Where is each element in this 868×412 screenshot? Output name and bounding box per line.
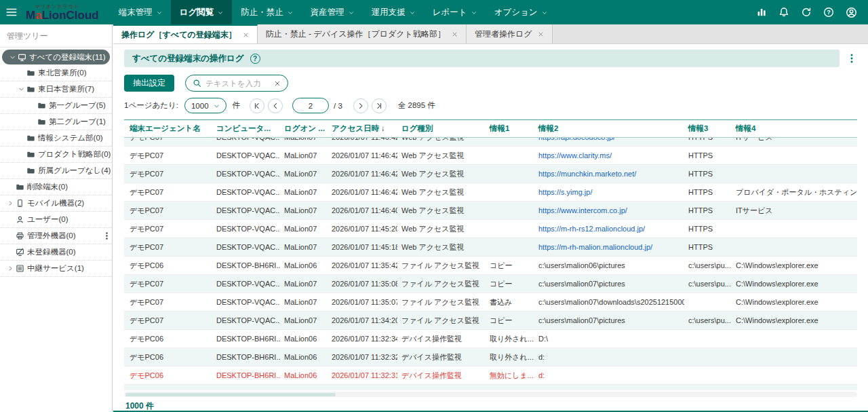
tree-item[interactable]: 第二グループ(1) (0, 114, 112, 130)
column-header[interactable]: アクセス日時↓ (328, 124, 397, 134)
last-page-button[interactable] (372, 98, 387, 113)
tab[interactable]: 防止・禁止 - デバイス操作［プロダクト戦略部］ (258, 24, 467, 43)
dots-vertical-icon[interactable] (846, 53, 857, 64)
topbar-menu-item[interactable]: 運用支援 (363, 0, 424, 24)
tree-item[interactable]: プロダクト戦略部(0) (0, 147, 112, 163)
tree-item[interactable]: 東日本営業所(7) (0, 81, 112, 98)
bar-chart-icon[interactable] (756, 7, 767, 18)
log-row[interactable]: デモPC07DESKTOP-VQAC...MaLion072026/01/07 … (124, 238, 857, 257)
log-row[interactable]: デモPC07DESKTOP-VQAC...MaLion072026/01/07 … (124, 312, 857, 330)
tree-item[interactable]: 第一グループ(5) (0, 98, 112, 114)
topbar-menu-item[interactable]: オプション (486, 0, 556, 24)
tree-item[interactable]: 未登録機器(0) (0, 244, 112, 261)
log-row[interactable]: デモPC07DESKTOP-VQAC...MaLion072026/01/07 … (124, 147, 857, 165)
log-row[interactable]: デモPC07DESKTOP-VQAC...MaLion072026/01/07 … (124, 293, 857, 312)
column-header[interactable]: ログ種別 (397, 124, 486, 134)
cell-computer: DESKTOP-VQAC... (212, 316, 280, 324)
footer-count: 1000 件 (124, 397, 857, 412)
logo-wordmark: MaLionCloud (26, 10, 99, 21)
column-header[interactable]: 端末エージェント名 (124, 124, 212, 134)
cell-info2[interactable]: https://www.intercom.co.jp/ (534, 206, 684, 214)
log-row[interactable]: デモPC07DESKTOP-VQAC...MaLion072026/01/07 … (124, 165, 857, 183)
tree-item[interactable]: モバイル機器(2) (0, 195, 112, 212)
topbar-menu-label: 資産管理 (311, 7, 344, 18)
cell-info2: d: (534, 353, 684, 361)
topbar-menu-item[interactable]: 防止・禁止 (232, 0, 302, 24)
topbar-menu-item[interactable]: 資産管理 (302, 0, 363, 24)
current-page-input[interactable] (292, 98, 329, 113)
cell-info2[interactable]: https://s.yimg.jp/ (534, 188, 684, 196)
cell-info2[interactable]: https://munchkin.marketo.net/ (534, 170, 684, 178)
log-row[interactable]: デモPC07DESKTOP-VQAC...MaLion072026/01/07 … (124, 183, 857, 202)
cell-computer: DESKTOP-BH6RI... (212, 261, 280, 269)
tree-item[interactable]: 所属グループなし(4) (0, 163, 112, 179)
cell-info2[interactable]: https://m-rh-rs12.malioncloud.jp/ (534, 225, 684, 233)
tree-item[interactable]: 情報システム部(0) (0, 130, 112, 147)
help-badge-icon[interactable]: ? (250, 54, 260, 64)
folder-icon (37, 117, 49, 126)
account-icon[interactable] (846, 7, 857, 18)
search-box[interactable] (185, 75, 288, 92)
clear-search-icon[interactable] (274, 80, 281, 87)
log-row[interactable]: デモPC06DESKTOP-BH6RI...MaLion062026/01/07… (124, 348, 857, 367)
tree-item[interactable]: 中継サービス(1) (0, 261, 112, 277)
cell-info2[interactable]: https://api.docodoco.jp/ (534, 138, 684, 141)
column-header[interactable]: 情報1 (486, 124, 534, 134)
tree-item[interactable]: 東北営業所(0) (0, 65, 112, 81)
cell-info3: HTTPS (684, 225, 732, 233)
dots-vertical-icon[interactable] (102, 231, 112, 240)
cell-info1: コピー (486, 279, 534, 289)
close-icon[interactable] (538, 31, 544, 37)
extract-settings-button[interactable]: 抽出設定 (124, 75, 174, 92)
cell-type: ファイル アクセス監視 (397, 261, 486, 271)
topbar-menu-item[interactable]: レポート (424, 0, 486, 24)
log-row[interactable]: デモPC07DESKTOP-VQAC...MaLion072026/01/07 … (124, 138, 857, 147)
first-page-button[interactable] (250, 98, 264, 113)
topbar-menu-item[interactable]: 端末管理 (110, 0, 171, 24)
log-row[interactable]: デモPC06DESKTOP-BH6RI...MaLion062026/01/07… (124, 257, 857, 275)
chevron-down-icon[interactable] (7, 52, 18, 62)
topbar-menu-item[interactable]: ログ閲覧 (171, 0, 233, 24)
next-page-button[interactable] (353, 98, 368, 113)
close-icon[interactable] (243, 32, 249, 38)
tree-item[interactable]: 管理外機器(0) (0, 228, 112, 244)
prev-page-button[interactable] (268, 98, 283, 113)
tree-item[interactable]: ユーザー(0) (0, 212, 112, 228)
column-header[interactable]: 情報2 (534, 124, 684, 134)
per-page-select[interactable]: 1000 (184, 98, 226, 113)
column-header[interactable]: 情報4 (732, 124, 857, 134)
tree-item[interactable]: 削除端末(0) (0, 179, 112, 195)
refresh-icon[interactable] (801, 7, 812, 18)
log-row[interactable]: デモPC07DESKTOP-VQAC...MaLion072026/01/07 … (124, 220, 857, 238)
cell-type: ファイル アクセス監視 (397, 279, 486, 289)
tab[interactable]: 操作ログ［すべての登録端末］ (113, 24, 258, 43)
cell-datetime: 2026/01/07 11:46:42 (328, 151, 397, 160)
horizontal-scrollbar[interactable] (124, 392, 857, 397)
column-header[interactable]: コンピュータ... (212, 124, 280, 134)
cell-info2[interactable]: https://m-rh-malion.malioncloud.jp/ (534, 243, 684, 251)
cell-info4: C:\Windows\explorer.exe (732, 261, 857, 269)
help-icon[interactable]: ? (823, 7, 834, 18)
log-row[interactable]: デモPC07DESKTOP-VQAC...MaLion072026/01/07 … (124, 202, 857, 220)
horizontal-scrollbar-thumb[interactable] (125, 393, 336, 396)
chevron-right-icon[interactable] (5, 263, 16, 274)
cell-computer: DESKTOP-VQAC... (212, 170, 280, 178)
tab[interactable]: 管理者操作ログ (467, 24, 553, 43)
tree-item-label: 東日本営業所(7) (38, 84, 94, 94)
panel-header-row: すべての登録端末の操作ログ ? (124, 50, 857, 67)
column-header[interactable]: 情報3 (684, 124, 732, 134)
hamburger-menu-icon[interactable] (0, 0, 23, 24)
cell-info2[interactable]: https://www.clarity.ms/ (534, 151, 684, 160)
search-input[interactable] (205, 79, 270, 88)
column-header[interactable]: ログオン ... (280, 124, 328, 134)
log-row[interactable]: デモPC06DESKTOP-BH6RI...MaLion062026/01/07… (124, 330, 857, 348)
chevron-right-icon[interactable] (5, 198, 16, 208)
close-icon[interactable] (452, 31, 458, 37)
per-page-label: 1ページあたり: (124, 100, 178, 111)
tree-item[interactable]: すべての登録端末(11) (2, 50, 110, 64)
log-row-alert[interactable]: デモPC06DESKTOP-BH6RI...MaLion062026/01/07… (124, 367, 857, 385)
log-table: 端末エージェント名コンピュータ...ログオン ...アクセス日時↓ログ種別情報1… (124, 119, 857, 390)
chevron-down-icon[interactable] (16, 84, 26, 94)
log-row[interactable]: デモPC07DESKTOP-VQAC...MaLion072026/01/07 … (124, 275, 857, 293)
bell-icon[interactable] (778, 7, 789, 18)
